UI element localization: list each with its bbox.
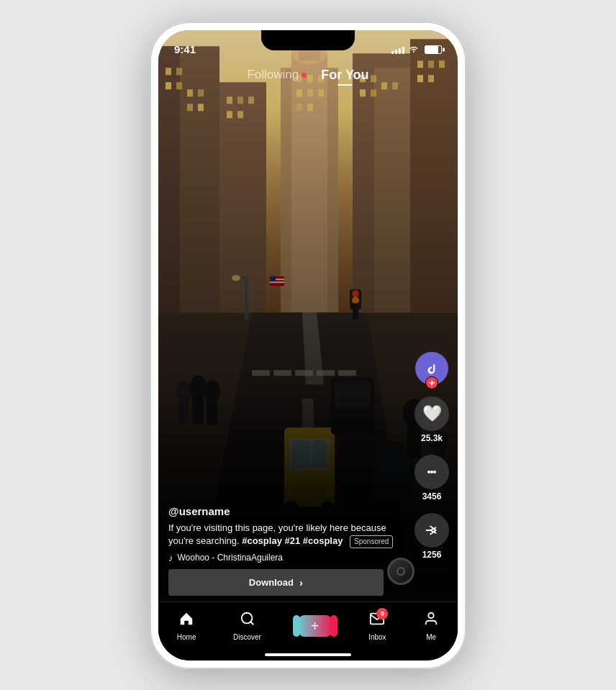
- home-label: Home: [177, 633, 196, 641]
- music-text: Woohoo - ChristinaAguilera: [178, 553, 284, 563]
- hashtag-text: #cosplay #21 #cosplay: [242, 535, 343, 546]
- wifi-icon: [408, 44, 420, 55]
- bottom-nav: Home Discover +: [158, 602, 458, 661]
- username: @username: [168, 505, 407, 517]
- nav-home[interactable]: Home: [177, 611, 196, 641]
- like-count: 25.3k: [421, 433, 443, 443]
- like-action: 🤍 25.3k: [415, 396, 449, 443]
- music-row: ♪ Woohoo - ChristinaAguilera: [168, 553, 407, 563]
- comment-action: 3456: [415, 455, 449, 501]
- video-description: If you're visiting this page, you're lik…: [168, 522, 407, 548]
- svg-line-94: [250, 622, 253, 625]
- share-button[interactable]: [415, 513, 449, 548]
- follow-plus-badge: +: [425, 376, 438, 389]
- add-button[interactable]: +: [299, 615, 332, 637]
- bottom-info: @username If you're visiting this page, …: [168, 505, 407, 596]
- phone-screen: 9:41: [158, 30, 458, 661]
- nav-add[interactable]: +: [299, 615, 332, 637]
- nav-inbox[interactable]: 9 Inbox: [368, 611, 386, 641]
- share-count: 1256: [422, 550, 442, 560]
- phone-wrapper: 9:41: [150, 22, 466, 669]
- battery-icon: [425, 45, 442, 54]
- download-button[interactable]: Download ›: [168, 569, 384, 596]
- inbox-icon: 9: [369, 611, 385, 631]
- nav-discover[interactable]: Discover: [233, 611, 261, 641]
- inbox-label: Inbox: [368, 633, 386, 641]
- share-action: 1256: [415, 513, 449, 560]
- following-dot: [302, 73, 307, 78]
- inbox-badge: 9: [376, 608, 388, 619]
- profile-action: +: [415, 352, 448, 385]
- me-icon: [423, 611, 439, 631]
- signal-icon: [391, 45, 404, 54]
- svg-point-93: [241, 613, 252, 624]
- sponsored-badge: Sponsored: [350, 535, 393, 548]
- svg-point-91: [430, 471, 433, 473]
- status-time: 9:41: [174, 43, 196, 55]
- svg-point-95: [428, 613, 433, 618]
- profile-button[interactable]: +: [415, 352, 448, 385]
- comment-icon: [423, 463, 440, 481]
- status-icons: [391, 44, 442, 55]
- action-buttons: + 🤍 25.3k 3456: [415, 352, 449, 560]
- notch: [261, 30, 355, 50]
- like-button[interactable]: 🤍: [415, 396, 449, 431]
- home-icon: [178, 611, 194, 631]
- tiktok-logo-icon: [422, 358, 442, 378]
- heart-icon: 🤍: [422, 404, 442, 423]
- download-chevron-icon: ›: [299, 576, 303, 589]
- add-plus-icon: +: [311, 618, 320, 635]
- music-note-icon: ♪: [168, 553, 173, 563]
- svg-point-90: [427, 471, 430, 473]
- comment-count: 3456: [422, 491, 442, 501]
- discover-label: Discover: [233, 633, 261, 641]
- comment-button[interactable]: [415, 455, 449, 489]
- feed-nav: Following For You: [158, 62, 458, 88]
- tab-following[interactable]: Following: [247, 68, 307, 82]
- share-icon: [424, 522, 440, 538]
- home-indicator: [265, 653, 351, 656]
- svg-point-92: [433, 471, 436, 473]
- me-label: Me: [426, 633, 436, 641]
- discover-icon: [240, 611, 255, 631]
- nav-me[interactable]: Me: [423, 611, 439, 641]
- tab-for-you[interactable]: For You: [321, 68, 368, 83]
